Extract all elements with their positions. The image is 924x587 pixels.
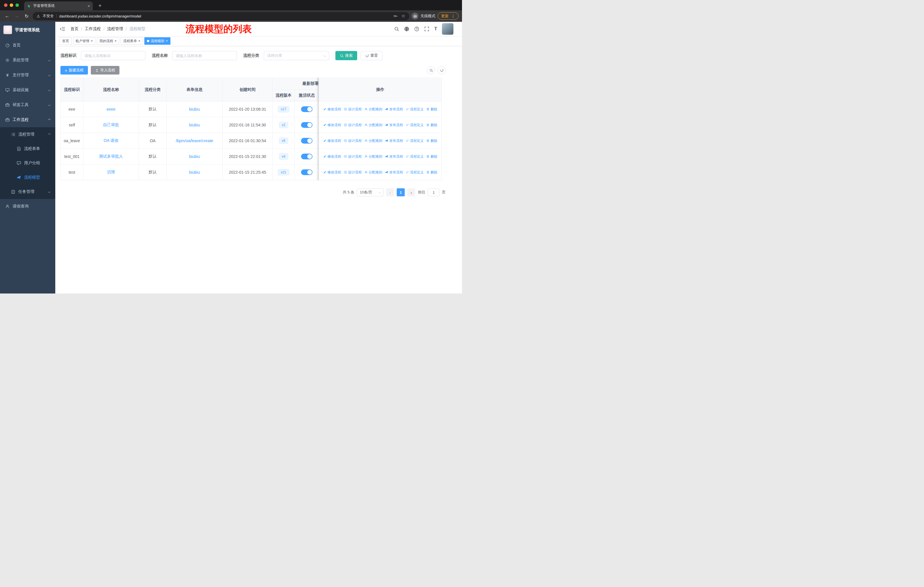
assign-rule-link[interactable]: 分配规则 xyxy=(364,123,382,127)
refresh-table-button[interactable] xyxy=(438,66,446,74)
sidebar-item-leave-query[interactable]: 请假查询 xyxy=(0,199,55,214)
window-minimize-button[interactable] xyxy=(10,3,13,7)
bookmark-star-icon[interactable]: ☆ xyxy=(402,13,405,19)
breadcrumb-workflow[interactable]: 工作流程 xyxy=(85,26,101,31)
form-info-link[interactable]: biubiu xyxy=(189,123,200,127)
modify-process-link[interactable]: 修改流程 xyxy=(323,170,341,175)
sidebar-item-process-mgmt[interactable]: 流程管理 xyxy=(0,127,55,142)
sidebar-item-workflow[interactable]: 工作流程 xyxy=(0,112,55,127)
process-name-link[interactable]: 自己审批 xyxy=(103,122,119,127)
design-process-link[interactable]: 设计流程 xyxy=(344,154,362,159)
security-label[interactable]: 不安全 xyxy=(43,13,54,19)
delete-link[interactable]: 删除 xyxy=(426,154,437,159)
reload-button[interactable]: ↻ xyxy=(23,12,30,20)
create-process-button[interactable]: + 新建流程 xyxy=(60,66,88,74)
window-close-button[interactable] xyxy=(4,3,7,7)
form-info-link[interactable]: biubiu xyxy=(189,170,200,175)
modify-process-link[interactable]: 修改流程 xyxy=(323,154,341,159)
process-key-input[interactable] xyxy=(81,51,145,60)
back-button[interactable]: ← xyxy=(3,12,11,20)
assign-rule-link[interactable]: 分配规则 xyxy=(364,139,382,143)
active-status-toggle[interactable] xyxy=(301,169,312,175)
process-name-input[interactable] xyxy=(172,51,237,60)
close-icon[interactable]: × xyxy=(166,39,168,43)
process-name-link[interactable]: OA 请假 xyxy=(104,138,118,143)
current-page-button[interactable]: 1 xyxy=(397,189,405,196)
publish-process-link[interactable]: 发布流程 xyxy=(385,123,403,127)
browser-tab[interactable]: 芋道管理系统 × xyxy=(24,2,93,10)
publish-process-link[interactable]: 发布流程 xyxy=(385,107,403,112)
process-category-select[interactable]: 流程分类 xyxy=(264,51,329,60)
design-process-link[interactable]: 设计流程 xyxy=(344,170,362,175)
sidebar-fold-icon[interactable] xyxy=(59,26,65,32)
tag-home[interactable]: 首页 xyxy=(59,37,72,45)
sidebar-item-dev-tools[interactable]: 研发工具 xyxy=(0,98,55,112)
close-icon[interactable]: × xyxy=(115,39,117,43)
delete-link[interactable]: 删除 xyxy=(426,139,437,143)
active-status-toggle[interactable] xyxy=(301,106,312,112)
modify-process-link[interactable]: 修改流程 xyxy=(323,123,341,127)
font-size-icon[interactable]: T xyxy=(434,26,437,31)
breadcrumb-process-mgmt[interactable]: 流程管理 xyxy=(107,26,123,31)
search-icon[interactable] xyxy=(394,26,399,31)
sidebar-item-payment-mgmt[interactable]: ¥ 支付管理 xyxy=(0,68,55,83)
process-definition-link[interactable]: 流程定义 xyxy=(406,139,424,143)
address-bar[interactable]: ⚠ 不安全 dashboard.yudao.iocoder.cn/bpm/man… xyxy=(33,12,409,20)
close-icon[interactable]: × xyxy=(139,39,140,43)
forward-button[interactable]: → xyxy=(13,12,21,20)
assign-rule-link[interactable]: 分配规则 xyxy=(364,107,382,112)
process-definition-link[interactable]: 流程定义 xyxy=(406,107,424,112)
modify-process-link[interactable]: 修改流程 xyxy=(323,139,341,143)
active-status-toggle[interactable] xyxy=(301,138,312,144)
password-key-icon[interactable] xyxy=(393,14,398,18)
search-button[interactable]: 搜索 xyxy=(335,51,357,60)
form-info-link[interactable]: biubiu xyxy=(189,154,200,159)
publish-process-link[interactable]: 发布流程 xyxy=(385,139,403,143)
app-logo[interactable]: 芋道管理系统 xyxy=(0,22,55,38)
modify-process-link[interactable]: 修改流程 xyxy=(323,107,341,112)
process-name-link[interactable]: 测试多审批人 xyxy=(99,154,123,159)
window-zoom-button[interactable] xyxy=(15,3,19,7)
publish-process-link[interactable]: 发布流程 xyxy=(385,154,403,159)
process-name-link[interactable]: 滔博 xyxy=(107,170,115,174)
prev-page-button[interactable]: ‹ xyxy=(386,189,394,196)
tag-my-process[interactable]: 我的流程 × xyxy=(97,37,119,45)
browser-menu-icon[interactable]: ⋮ xyxy=(451,14,455,18)
sidebar-item-process-model[interactable]: 流程模型 xyxy=(0,170,55,185)
toggle-search-button[interactable] xyxy=(427,66,435,74)
close-icon[interactable]: × xyxy=(91,39,93,43)
sidebar-item-user-group[interactable]: 用户分组 xyxy=(0,156,55,170)
new-tab-button[interactable]: + xyxy=(96,2,104,10)
tag-process-model[interactable]: 流程模型 × xyxy=(144,37,170,45)
user-avatar[interactable] xyxy=(442,23,454,35)
help-icon[interactable] xyxy=(414,26,419,31)
goto-page-input[interactable] xyxy=(428,189,439,196)
assign-rule-link[interactable]: 分配规则 xyxy=(364,154,382,159)
design-process-link[interactable]: 设计流程 xyxy=(344,123,362,127)
tab-close-icon[interactable]: × xyxy=(87,4,90,8)
active-status-toggle[interactable] xyxy=(301,154,312,159)
sidebar-item-process-form[interactable]: 流程表单 xyxy=(0,142,55,156)
process-definition-link[interactable]: 流程定义 xyxy=(406,154,424,159)
sidebar-item-task-mgmt[interactable]: 任务管理 xyxy=(0,185,55,199)
page-size-select[interactable]: 10条/页 xyxy=(357,189,383,196)
publish-process-link[interactable]: 发布流程 xyxy=(385,170,403,175)
design-process-link[interactable]: 设计流程 xyxy=(344,107,362,112)
tag-process-form[interactable]: 流程表单 × xyxy=(120,37,143,45)
sidebar-item-home[interactable]: 首页 xyxy=(0,38,55,53)
next-page-button[interactable]: › xyxy=(407,189,415,196)
assign-rule-link[interactable]: 分配规则 xyxy=(364,170,382,175)
process-definition-link[interactable]: 流程定义 xyxy=(406,123,424,127)
import-process-button[interactable]: 导入流程 xyxy=(91,66,119,74)
tag-tenant-mgmt[interactable]: 租户管理 × xyxy=(73,37,96,45)
browser-update-button[interactable]: 更新 ⋮ xyxy=(438,12,459,20)
delete-link[interactable]: 删除 xyxy=(426,170,437,175)
active-status-toggle[interactable] xyxy=(301,122,312,128)
process-name-link[interactable]: eeee xyxy=(107,107,116,111)
delete-link[interactable]: 删除 xyxy=(426,107,437,112)
form-info-link[interactable]: biubiu xyxy=(189,107,200,111)
sidebar-item-system-mgmt[interactable]: 系统管理 xyxy=(0,53,55,68)
breadcrumb-home[interactable]: 首页 xyxy=(71,26,79,31)
github-icon[interactable] xyxy=(404,26,409,31)
delete-link[interactable]: 删除 xyxy=(426,123,437,127)
